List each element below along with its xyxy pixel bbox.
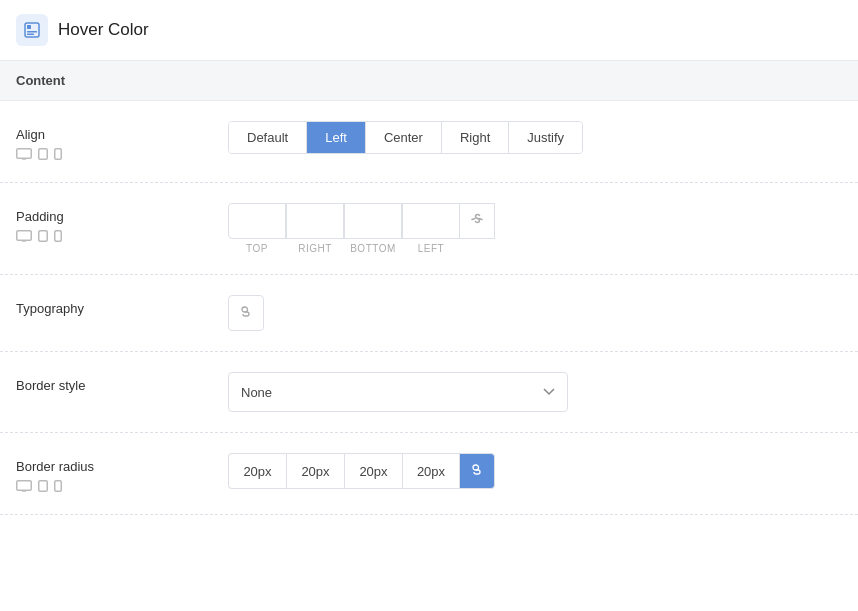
- padding-label-section: Padding: [16, 203, 216, 244]
- border-style-label: Border style: [16, 372, 216, 393]
- padding-left-wrap: [402, 203, 460, 239]
- align-buttons-group: Default Left Center Right Justify: [228, 121, 583, 154]
- svg-rect-11: [55, 231, 62, 242]
- link-icon: [470, 213, 484, 230]
- header-title: Hover Color: [58, 20, 149, 40]
- border-radius-bl-input[interactable]: [402, 453, 460, 489]
- padding-input-row: [228, 203, 495, 239]
- monitor-icon: [16, 148, 32, 162]
- align-btn-default[interactable]: Default: [229, 122, 307, 153]
- padding-left-label: LEFT: [402, 243, 460, 254]
- align-row: Align: [0, 101, 858, 183]
- align-btn-justify[interactable]: Justify: [509, 122, 582, 153]
- padding-link-button[interactable]: [459, 203, 495, 239]
- tablet-icon-padding: [38, 230, 48, 244]
- mobile-icon-padding: [54, 230, 62, 244]
- padding-bottom-wrap: [344, 203, 402, 239]
- padding-right-label: RIGHT: [286, 243, 344, 254]
- border-radius-label: Border radius: [16, 453, 216, 474]
- monitor-icon-br: [16, 480, 32, 494]
- padding-right-wrap: [286, 203, 344, 239]
- svg-rect-1: [27, 25, 31, 29]
- svg-rect-6: [39, 149, 48, 160]
- align-label-section: Align: [16, 121, 216, 162]
- typography-label: Typography: [16, 295, 216, 316]
- padding-row: Padding: [0, 183, 858, 275]
- svg-rect-14: [39, 481, 48, 492]
- svg-rect-4: [17, 149, 32, 159]
- padding-device-icons: [16, 230, 216, 244]
- border-radius-link-icon: [470, 463, 484, 480]
- padding-label: Padding: [16, 203, 216, 224]
- typography-label-section: Typography: [16, 295, 216, 316]
- padding-top-wrap: [228, 203, 286, 239]
- border-style-select-wrap: None Solid Dashed Dotted Double: [228, 372, 568, 412]
- padding-inputs-group: TOP RIGHT BOTTOM LEFT: [228, 203, 495, 254]
- border-radius-row: Border radius: [0, 433, 858, 515]
- border-radius-inputs-group: [228, 453, 495, 489]
- tablet-icon-br: [38, 480, 48, 494]
- typography-link-button[interactable]: [228, 295, 264, 331]
- section-label-text: Content: [16, 73, 65, 88]
- typography-row: Typography: [0, 275, 858, 352]
- border-radius-link-button[interactable]: [459, 453, 495, 489]
- svg-rect-3: [27, 34, 34, 36]
- align-btn-right[interactable]: Right: [442, 122, 509, 153]
- border-radius-tr-input[interactable]: [286, 453, 344, 489]
- padding-top-label: TOP: [228, 243, 286, 254]
- svg-rect-2: [27, 31, 37, 33]
- svg-rect-15: [55, 481, 62, 492]
- align-btn-left[interactable]: Left: [307, 122, 366, 153]
- svg-rect-7: [55, 149, 62, 160]
- padding-right-input[interactable]: [286, 203, 344, 239]
- border-radius-label-section: Border radius: [16, 453, 216, 494]
- section-label: Content: [0, 61, 858, 101]
- border-style-label-section: Border style: [16, 372, 216, 393]
- align-device-icons: [16, 148, 216, 162]
- typography-link-icon: [239, 305, 253, 322]
- border-radius-br-input[interactable]: [344, 453, 402, 489]
- svg-rect-10: [39, 231, 48, 242]
- svg-rect-8: [17, 231, 32, 241]
- border-radius-tl-input[interactable]: [228, 453, 286, 489]
- svg-rect-12: [17, 481, 32, 491]
- padding-left-input[interactable]: [402, 203, 460, 239]
- padding-fields: TOP RIGHT BOTTOM LEFT: [228, 203, 495, 254]
- border-radius-device-icons: [16, 480, 216, 494]
- mobile-icon-br: [54, 480, 62, 494]
- padding-top-input[interactable]: [228, 203, 286, 239]
- align-btn-center[interactable]: Center: [366, 122, 442, 153]
- header: Hover Color: [0, 0, 858, 61]
- header-icon: [16, 14, 48, 46]
- padding-sublabels: TOP RIGHT BOTTOM LEFT: [228, 239, 495, 254]
- monitor-icon-padding: [16, 230, 32, 244]
- padding-bottom-input[interactable]: [344, 203, 402, 239]
- padding-bottom-label: BOTTOM: [344, 243, 402, 254]
- border-style-select[interactable]: None Solid Dashed Dotted Double: [228, 372, 568, 412]
- align-label: Align: [16, 121, 216, 142]
- tablet-icon: [38, 148, 48, 162]
- border-style-row: Border style None Solid Dashed Dotted Do…: [0, 352, 858, 433]
- mobile-icon: [54, 148, 62, 162]
- content-area: Align: [0, 101, 858, 515]
